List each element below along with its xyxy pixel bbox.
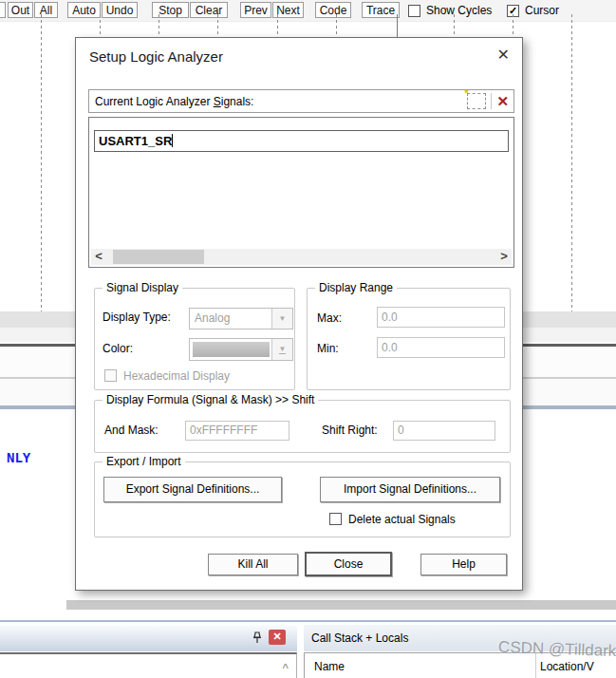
new-signal-icon[interactable]: *	[467, 93, 486, 109]
chevron-down-icon: ▼	[271, 309, 292, 329]
signals-list[interactable]: USART1_SR < >	[88, 117, 514, 268]
toolbar-button-clipped[interactable]	[0, 2, 6, 18]
text-caret	[172, 134, 173, 147]
screen: Out All Auto Undo Stop Clear Prev Next C…	[0, 0, 616, 678]
signals-label: Current Logic Analyzer Signals:	[95, 95, 253, 108]
grid-line	[159, 14, 159, 37]
grid-line	[277, 14, 278, 37]
grid-line	[100, 14, 101, 37]
setup-logic-analyzer-dialog: Setup Logic Analyzer ✕ Current Logic Ana…	[75, 37, 523, 591]
location-column-header[interactable]: Location/V	[540, 660, 594, 673]
pin-icon[interactable]	[252, 631, 263, 648]
display-formula-group-label: Display Formula (Signal & Mask) >> Shift	[103, 393, 318, 406]
and-mask-field: 0xFFFFFFFF	[185, 421, 289, 441]
export-signal-definitions-button[interactable]: Export Signal Definitions...	[103, 477, 282, 502]
scrollbar-thumb[interactable]	[113, 250, 204, 264]
scroll-up-icon[interactable]: ^	[283, 662, 289, 673]
and-mask-label: And Mask:	[104, 424, 159, 437]
toolbar-button-out[interactable]: Out	[8, 2, 33, 18]
color-label: Color:	[103, 342, 133, 355]
color-swatch	[193, 342, 270, 357]
toolbar-button-trace[interactable]: Trace	[362, 2, 400, 18]
close-icon[interactable]: ✕	[497, 46, 510, 64]
toolbar-button-all[interactable]: All	[34, 2, 58, 18]
signal-display-group-label: Signal Display	[103, 281, 182, 294]
toolbar-button-prev[interactable]: Prev	[240, 2, 271, 18]
display-type-dropdown: Analog ▼	[189, 308, 293, 330]
signals-toolbar: Current Logic Analyzer Signals: * ✕	[88, 89, 514, 113]
max-label: Max:	[317, 311, 342, 325]
grid-line	[336, 14, 337, 37]
show-cycles-label: Show Cycles	[426, 4, 492, 17]
min-label: Min:	[317, 342, 339, 355]
kill-all-button[interactable]: Kill All	[208, 554, 298, 575]
help-button[interactable]: Help	[420, 554, 507, 575]
display-range-group-label: Display Range	[315, 281, 397, 294]
toolbar-button-undo[interactable]: Undo	[102, 2, 138, 18]
export-import-group-label: Export / Import	[103, 455, 185, 468]
panel-caption-bar[interactable]: ✕	[0, 625, 297, 651]
shift-right-field: 0	[393, 421, 495, 441]
shift-right-label: Shift Right:	[322, 424, 378, 437]
close-button[interactable]: Close	[305, 552, 392, 576]
grid-line	[513, 14, 513, 37]
delete-actual-signals-label: Delete actual Signals	[348, 513, 456, 526]
export-import-group: Export / Import Export Signal Definition…	[94, 461, 511, 537]
grid-line	[571, 14, 572, 311]
grid-line	[217, 14, 218, 37]
toolbar-button-clear[interactable]: Clear	[190, 2, 228, 18]
docked-panel: ✕ ^	[0, 625, 297, 678]
watermark: CSDN @Tilldark	[497, 638, 616, 661]
hexadecimal-display-checkbox	[104, 369, 117, 382]
min-field: 0.0	[377, 337, 505, 358]
display-type-label: Display Type:	[103, 311, 171, 324]
toolbar-button-code[interactable]: Code	[315, 2, 351, 18]
scroll-left-icon[interactable]: <	[91, 249, 106, 265]
max-field: 0.0	[377, 307, 505, 328]
display-range-group: Display Range Max: 0.0 Min: 0.0	[307, 288, 511, 390]
horizontal-scrollbar[interactable]: < >	[91, 249, 512, 265]
delete-actual-signals-checkbox[interactable]	[329, 513, 342, 525]
toolbar-button-auto[interactable]: Auto	[67, 2, 101, 18]
scroll-right-icon[interactable]: >	[496, 249, 512, 265]
display-formula-group: Display Formula (Signal & Mask) >> Shift…	[94, 400, 511, 453]
show-cycles-checkbox[interactable]	[408, 5, 420, 17]
signal-name-input[interactable]: USART1_SR	[94, 130, 509, 152]
cursor-line	[397, 14, 398, 37]
grid-line	[41, 14, 42, 311]
import-signal-definitions-button[interactable]: Import Signal Definitions...	[320, 477, 500, 502]
signal-display-group: Signal Display Display Type: Analog ▼ Co…	[94, 288, 295, 390]
dock-divider	[0, 620, 616, 622]
toolbar-button-stop[interactable]: Stop	[152, 2, 189, 18]
grid-line	[454, 14, 455, 37]
chevron-down-underline-icon: ▼	[271, 339, 292, 360]
delete-signal-icon[interactable]: ✕	[496, 94, 509, 108]
name-column-header[interactable]: Name	[314, 660, 345, 673]
horizontal-scrollbar-thumb[interactable]	[66, 600, 616, 610]
icon-separator	[491, 93, 492, 109]
debug-toolbar: Out All Auto Undo Stop Clear Prev Next C…	[0, 0, 616, 22]
color-dropdown: ▼	[189, 338, 293, 361]
panel-content: ^	[0, 652, 297, 678]
hexadecimal-display-label: Hexadecimal Display	[123, 369, 230, 383]
cursor-label: Cursor	[525, 4, 559, 17]
panel-close-icon[interactable]: ✕	[269, 630, 286, 645]
background-code-text: NLY	[7, 450, 30, 465]
dialog-title: Setup Logic Analyzer	[89, 48, 223, 65]
